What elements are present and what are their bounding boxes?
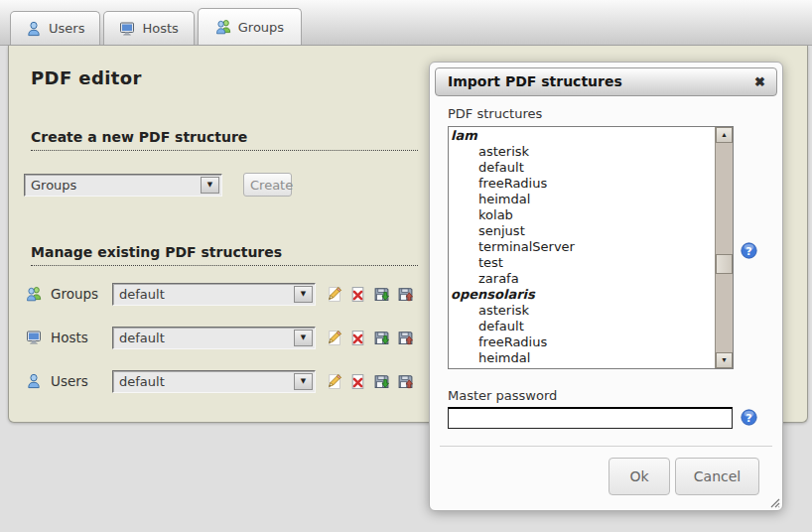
master-password-label: Master password xyxy=(448,388,557,403)
structure-list-item[interactable]: freeRadius xyxy=(451,334,715,350)
cancel-button[interactable]: Cancel xyxy=(675,458,759,495)
tab-groups[interactable]: Groups xyxy=(198,8,302,45)
users-structure-select-value: default xyxy=(113,371,292,392)
chevron-down-icon: ▼ xyxy=(294,286,313,303)
pdf-type-select[interactable]: Groups ▼ xyxy=(24,174,222,197)
hosts-structure-select[interactable]: default ▼ xyxy=(112,327,316,349)
manage-row-groups: Groups default ▼ xyxy=(26,282,414,306)
account-type-tabs: Users Hosts Groups xyxy=(10,8,302,45)
manage-rows: Groups default ▼ Hosts default ▼ xyxy=(26,282,414,413)
arrow-up-icon: ▲ xyxy=(721,131,728,138)
pdf-type-select-value: Groups xyxy=(25,175,199,196)
edit-pdf-button[interactable] xyxy=(325,329,342,346)
resize-handle[interactable] xyxy=(768,496,780,508)
export-pdf-button[interactable] xyxy=(372,285,390,303)
structure-group-label: opensolaris xyxy=(451,287,715,303)
disk-download-icon xyxy=(373,373,390,390)
structure-list-item[interactable]: asterisk xyxy=(451,303,715,319)
structure-list-item[interactable]: default xyxy=(451,319,715,334)
structure-list-item[interactable]: default xyxy=(451,160,715,176)
structure-list-item[interactable]: kolab xyxy=(451,207,715,223)
users-structure-select[interactable]: default ▼ xyxy=(112,370,316,393)
structure-list-item[interactable]: asterisk xyxy=(451,144,715,160)
pencil-icon xyxy=(326,330,342,346)
manage-row-users: Users default ▼ xyxy=(26,369,414,393)
manage-row-hosts: Hosts default ▼ xyxy=(26,326,414,349)
host-icon xyxy=(119,21,135,37)
scroll-down-button[interactable]: ▼ xyxy=(716,352,733,368)
create-button[interactable]: Create xyxy=(243,173,292,197)
delete-pdf-button[interactable] xyxy=(348,372,366,390)
pencil-icon xyxy=(326,373,342,390)
edit-pdf-button[interactable] xyxy=(325,372,342,390)
import-pdf-button[interactable] xyxy=(396,285,414,303)
dialog-titlebar[interactable]: Import PDF structures ✖ xyxy=(435,67,777,96)
disk-upload-icon xyxy=(397,373,414,390)
scroll-up-button[interactable]: ▲ xyxy=(716,127,733,143)
master-password-input[interactable] xyxy=(448,407,733,429)
group-icon xyxy=(215,19,231,35)
structure-list-item[interactable]: kolab xyxy=(451,366,715,367)
chevron-down-icon: ▼ xyxy=(201,177,219,194)
pdf-structures-list[interactable]: lamasteriskdefaultfreeRadiusheimdalkolab… xyxy=(448,126,734,369)
structure-list-item[interactable]: senjust xyxy=(451,223,715,239)
page-title: PDF editor xyxy=(31,67,142,88)
create-section-heading: Create a new PDF structure xyxy=(31,129,418,151)
import-pdf-button[interactable] xyxy=(396,329,414,346)
delete-icon xyxy=(349,373,366,390)
delete-pdf-button[interactable] xyxy=(348,285,366,303)
disk-upload-icon xyxy=(397,330,414,346)
help-button[interactable] xyxy=(741,409,757,426)
dialog-footer: Ok Cancel xyxy=(440,446,772,510)
structure-list-item[interactable]: zarafa xyxy=(451,271,715,287)
tab-hosts[interactable]: Hosts xyxy=(103,11,194,45)
delete-pdf-button[interactable] xyxy=(348,329,366,346)
structure-list-item[interactable]: terminalServer xyxy=(451,239,715,255)
structure-group-label: lam xyxy=(451,128,715,144)
export-pdf-button[interactable] xyxy=(372,329,390,346)
arrow-down-icon: ▼ xyxy=(721,356,728,363)
disk-download-icon xyxy=(373,286,390,303)
pencil-icon xyxy=(326,286,342,303)
scrollbar-thumb[interactable] xyxy=(716,254,733,274)
row-label-users: Users xyxy=(51,373,112,389)
row-label-groups: Groups xyxy=(51,286,112,302)
help-icon xyxy=(741,242,757,259)
chevron-down-icon: ▼ xyxy=(294,330,313,346)
help-icon xyxy=(741,409,757,426)
manage-section-heading: Manage existing PDF structures xyxy=(31,244,418,266)
group-icon xyxy=(26,286,42,302)
footer-buttons: Ok Cancel xyxy=(609,458,759,495)
tab-bar: Users Hosts Groups xyxy=(0,0,812,46)
import-pdf-structures-dialog: Import PDF structures ✖ PDF structures l… xyxy=(429,62,783,511)
tab-users-label: Users xyxy=(49,21,84,36)
structure-list-item[interactable]: heimdal xyxy=(451,192,715,207)
help-button[interactable] xyxy=(741,242,757,259)
structure-list-item[interactable]: test xyxy=(451,255,715,271)
ok-button[interactable]: Ok xyxy=(609,458,670,495)
pdf-structures-list-inner: lamasteriskdefaultfreeRadiusheimdalkolab… xyxy=(451,128,715,367)
import-pdf-button[interactable] xyxy=(396,372,414,390)
tab-groups-label: Groups xyxy=(238,20,284,35)
edit-pdf-button[interactable] xyxy=(325,285,342,303)
close-icon: ✖ xyxy=(754,74,765,89)
host-icon xyxy=(26,330,42,345)
user-icon xyxy=(26,21,42,37)
scrollbar-track[interactable]: ▲ ▼ xyxy=(715,127,733,368)
tab-users[interactable]: Users xyxy=(10,11,100,45)
delete-icon xyxy=(349,286,366,303)
disk-upload-icon xyxy=(397,286,414,303)
dialog-close-button[interactable]: ✖ xyxy=(749,71,770,92)
disk-download-icon xyxy=(373,330,390,346)
delete-icon xyxy=(349,330,366,346)
dialog-title: Import PDF structures xyxy=(448,73,622,89)
tab-hosts-label: Hosts xyxy=(142,21,178,36)
export-pdf-button[interactable] xyxy=(372,372,390,390)
create-row: Groups ▼ Create xyxy=(24,173,292,197)
structure-list-item[interactable]: heimdal xyxy=(451,350,715,366)
structure-list-item[interactable]: freeRadius xyxy=(451,176,715,192)
row-label-hosts: Hosts xyxy=(51,330,112,345)
groups-structure-select[interactable]: default ▼ xyxy=(112,283,316,306)
user-icon xyxy=(26,373,42,389)
chevron-down-icon: ▼ xyxy=(294,373,313,390)
